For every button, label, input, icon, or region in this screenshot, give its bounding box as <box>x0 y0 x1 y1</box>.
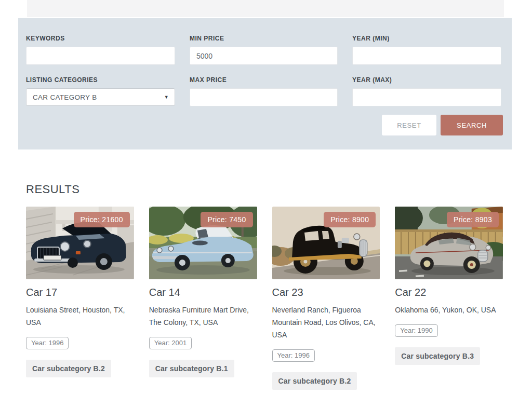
listing-card: Price: 7450 Car 14 Nebraska Furniture Ma… <box>149 207 257 390</box>
search-button[interactable]: SEARCH <box>441 115 503 135</box>
listing-photo-link[interactable]: Price: 8903 <box>395 207 503 279</box>
subcategory-tag[interactable]: Car subcategory B.3 <box>395 347 480 365</box>
listing-address: Nebraska Furniture Mart Drive, The Colon… <box>149 304 257 329</box>
year-min-input[interactable] <box>352 47 501 65</box>
listing-photo-link[interactable]: Price: 8900 <box>272 207 380 279</box>
listing-card: Price: 8900 Car 23 Neverland Ranch, Figu… <box>272 207 380 390</box>
year-min-field-group: YEAR (MIN) <box>352 35 501 65</box>
min-price-label: MIN PRICE <box>190 35 338 42</box>
keywords-label: KEYWORDS <box>26 35 175 42</box>
results-grid: Price: 21600 Car 17 Louisiana Street, Ho… <box>26 207 503 390</box>
max-price-label: MAX PRICE <box>190 76 338 84</box>
max-price-field-group: MAX PRICE <box>190 76 338 106</box>
year-min-label: YEAR (MIN) <box>352 35 501 42</box>
listing-title[interactable]: Car 14 <box>149 287 257 298</box>
year-badge: Year: 1996 <box>272 349 315 362</box>
listing-address: Louisiana Street, Houston, TX, USA <box>26 304 134 329</box>
subcategory-tag[interactable]: Car subcategory B.2 <box>26 360 111 377</box>
listing-categories-selected-value: CAR CATEGORY B <box>33 93 97 101</box>
price-badge: Price: 21600 <box>74 212 130 227</box>
price-badge: Price: 8903 <box>447 212 499 227</box>
chevron-down-icon: ▼ <box>164 94 169 100</box>
year-max-field-group: YEAR (MAX) <box>352 76 501 106</box>
subcategory-tag[interactable]: Car subcategory B.1 <box>149 360 234 377</box>
results-heading: RESULTS <box>26 183 503 196</box>
price-badge: Price: 7450 <box>201 212 252 227</box>
year-badge: Year: 1996 <box>26 337 69 349</box>
keywords-input[interactable] <box>26 47 175 65</box>
listing-categories-field-group: LISTING CATEGORIES CAR CATEGORY B ▼ <box>26 76 175 106</box>
year-badge: Year: 2001 <box>149 337 192 349</box>
listing-address: Oklahoma 66, Yukon, OK, USA <box>395 304 503 316</box>
listing-title[interactable]: Car 23 <box>272 287 380 298</box>
price-badge: Price: 8900 <box>324 212 376 227</box>
listing-photo-link[interactable]: Price: 7450 <box>149 207 257 279</box>
reset-button[interactable]: RESET <box>382 115 436 135</box>
min-price-input[interactable] <box>190 47 338 65</box>
listing-categories-select[interactable]: CAR CATEGORY B ▼ <box>26 88 175 106</box>
keywords-field-group: KEYWORDS <box>26 35 175 65</box>
results-section: RESULTS <box>26 183 503 390</box>
listing-card: Price: 21600 Car 17 Louisiana Street, Ho… <box>26 207 134 390</box>
year-max-input[interactable] <box>352 88 501 106</box>
listing-address: Neverland Ranch, Figueroa Mountain Road,… <box>272 304 380 341</box>
search-filter-panel: KEYWORDS MIN PRICE YEAR (MIN) LISTING CA… <box>18 18 512 149</box>
year-badge: Year: 1990 <box>395 324 437 337</box>
subcategory-tag[interactable]: Car subcategory B.2 <box>272 372 357 390</box>
listing-title[interactable]: Car 17 <box>26 287 134 298</box>
year-max-label: YEAR (MAX) <box>352 76 501 84</box>
listing-categories-label: LISTING CATEGORIES <box>26 76 175 84</box>
listing-photo-link[interactable]: Price: 21600 <box>26 207 134 279</box>
listing-card: Price: 8903 Car 22 Oklahoma 66, Yukon, O… <box>395 207 503 390</box>
previous-section-strip <box>27 0 504 17</box>
listing-title[interactable]: Car 22 <box>395 287 503 298</box>
min-price-field-group: MIN PRICE <box>190 35 338 65</box>
max-price-input[interactable] <box>190 88 338 106</box>
